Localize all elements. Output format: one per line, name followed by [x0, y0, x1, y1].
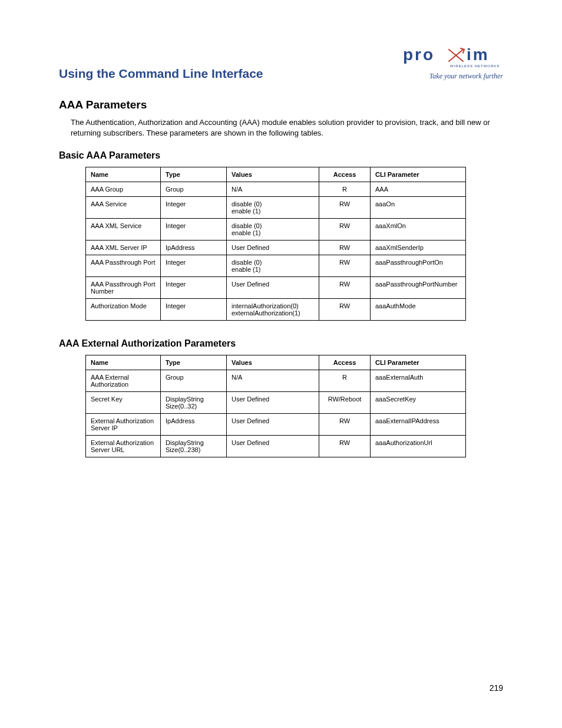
cell: User Defined — [227, 414, 319, 436]
table-row: AAA XML Service Integer disable (0) enab… — [86, 219, 466, 241]
cell: RW — [319, 277, 371, 299]
cell: AAA XML Server IP — [86, 241, 161, 255]
cell: aaaOn — [371, 197, 466, 219]
cell: RW/Reboot — [319, 392, 371, 414]
cell: R — [319, 370, 371, 392]
svg-text:im: im — [467, 47, 490, 64]
table-row: AAA Passthrough Port Integer disable (0)… — [86, 255, 466, 277]
col-header-type: Type — [161, 167, 227, 182]
cell: RW — [319, 436, 371, 457]
cell: disable (0) enable (1) — [227, 197, 319, 219]
cell: Secret Key — [86, 392, 161, 414]
basic-aaa-table: Name Type Values Access CLI Parameter AA… — [85, 167, 466, 321]
cell: aaaAuthMode — [371, 299, 466, 321]
cell: AAA Group — [86, 182, 161, 197]
subsection-heading: Basic AAA Parameters — [59, 150, 503, 161]
cell: AAA External Authorization — [86, 370, 161, 392]
col-header-access: Access — [319, 355, 371, 370]
page-number: 219 — [490, 683, 503, 693]
cell: N/A — [227, 370, 319, 392]
cell: aaaAuthorizationUrl — [371, 436, 466, 457]
cell: AAA Service — [86, 197, 161, 219]
cell: aaaPassthroughPortOn — [371, 255, 466, 277]
col-header-type: Type — [161, 355, 227, 370]
cell: User Defined — [227, 436, 319, 457]
col-header-values: Values — [227, 167, 319, 182]
external-auth-table: Name Type Values Access CLI Parameter AA… — [85, 355, 466, 457]
col-header-name: Name — [86, 167, 161, 182]
table-header-row: Name Type Values Access CLI Parameter — [86, 167, 466, 182]
cell: Integer — [161, 219, 227, 241]
cell: aaaXmlOn — [371, 219, 466, 241]
table-row: Secret Key DisplayString Size(0..32) Use… — [86, 392, 466, 414]
cell: aaaPassthroughPortNumber — [371, 277, 466, 299]
cell: RW — [319, 414, 371, 436]
cell: Integer — [161, 299, 227, 321]
cell: IpAddress — [161, 414, 227, 436]
proxim-logo-icon: pro im WIRELESS NETWORKS — [403, 47, 503, 70]
cell: RW — [319, 241, 371, 255]
cell: AAA — [371, 182, 466, 197]
table-row: AAA Passthrough Port Number Integer User… — [86, 277, 466, 299]
cell: Group — [161, 370, 227, 392]
cell: RW — [319, 299, 371, 321]
cell: Integer — [161, 197, 227, 219]
cell: User Defined — [227, 277, 319, 299]
cell: Group — [161, 182, 227, 197]
col-header-name: Name — [86, 355, 161, 370]
subsection-heading: AAA External Authorization Parameters — [59, 338, 503, 349]
cell: aaaSecretKey — [371, 392, 466, 414]
col-header-values: Values — [227, 355, 319, 370]
cell: R — [319, 182, 371, 197]
table-row: Authorization Mode Integer internalAutho… — [86, 299, 466, 321]
section-intro: The Authentication, Authorization and Ac… — [71, 117, 503, 139]
cell: disable (0) enable (1) — [227, 219, 319, 241]
table-row: AAA XML Server IP IpAddress User Defined… — [86, 241, 466, 255]
cell: N/A — [227, 182, 319, 197]
cell: DisplayString Size(0..32) — [161, 392, 227, 414]
svg-text:pro: pro — [403, 47, 435, 64]
table-row: External Authorization Server URL Displa… — [86, 436, 466, 457]
cell: Authorization Mode — [86, 299, 161, 321]
cell: IpAddress — [161, 241, 227, 255]
col-header-cli: CLI Parameter — [371, 355, 466, 370]
col-header-access: Access — [319, 167, 371, 182]
cell: Integer — [161, 277, 227, 299]
logo-tagline: Take your network further — [403, 72, 503, 81]
brand-logo: pro im WIRELESS NETWORKS Take your netwo… — [403, 47, 503, 81]
section-heading: AAA Parameters — [59, 98, 503, 111]
cell: AAA XML Service — [86, 219, 161, 241]
cell: disable (0) enable (1) — [227, 255, 319, 277]
cell: External Authorization Server URL — [86, 436, 161, 457]
cell: Integer — [161, 255, 227, 277]
cell: RW — [319, 219, 371, 241]
cell: User Defined — [227, 241, 319, 255]
cell: internalAuthorization(0) externalAuthori… — [227, 299, 319, 321]
table-row: AAA External Authorization Group N/A R a… — [86, 370, 466, 392]
table-row: AAA Group Group N/A R AAA — [86, 182, 466, 197]
page: Using the Command Line Interface pro im … — [0, 0, 562, 728]
cell: aaaXmlSenderIp — [371, 241, 466, 255]
cell: DisplayString Size(0..238) — [161, 436, 227, 457]
doc-title: Using the Command Line Interface — [59, 67, 263, 81]
table-header-row: Name Type Values Access CLI Parameter — [86, 355, 466, 370]
cell: External Authorization Server IP — [86, 414, 161, 436]
cell: RW — [319, 255, 371, 277]
cell: AAA Passthrough Port Number — [86, 277, 161, 299]
cell: User Defined — [227, 392, 319, 414]
table-row: AAA Service Integer disable (0) enable (… — [86, 197, 466, 219]
table-row: External Authorization Server IP IpAddre… — [86, 414, 466, 436]
logo-subtext: WIRELESS NETWORKS — [450, 64, 500, 68]
col-header-cli: CLI Parameter — [371, 167, 466, 182]
cell: AAA Passthrough Port — [86, 255, 161, 277]
cell: RW — [319, 197, 371, 219]
cell: aaaExternalIPAddress — [371, 414, 466, 436]
cell: aaaExternalAuth — [371, 370, 466, 392]
page-header: Using the Command Line Interface pro im … — [59, 47, 503, 81]
